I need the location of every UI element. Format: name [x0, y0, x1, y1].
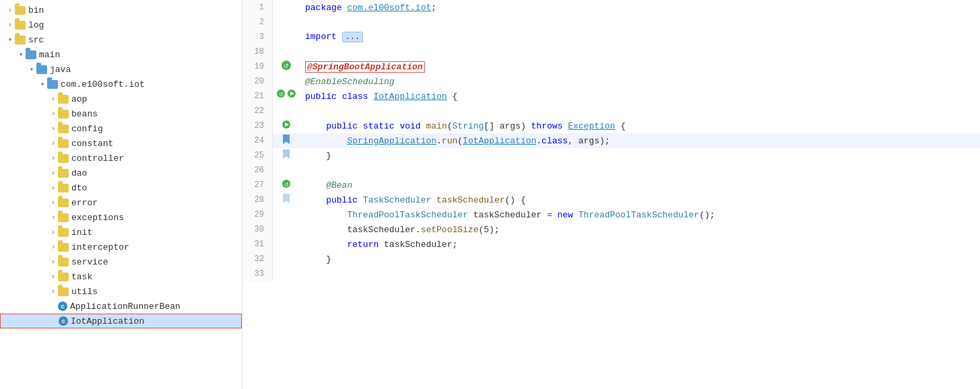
folder-icon-dto [58, 182, 69, 193]
arrow-main [16, 50, 26, 59]
gutter-31 [273, 237, 300, 252]
label-src: src [28, 35, 44, 45]
tree-item-exceptions[interactable]: exceptions [0, 210, 242, 225]
line-number-2: 2 [242, 15, 273, 30]
code-text-28: public TaskScheduler taskScheduler() { [300, 192, 980, 207]
tree-item-src[interactable]: src [0, 32, 242, 47]
gutter-27: ↺ [273, 178, 300, 192]
code-text-22 [300, 104, 980, 118]
label-aop: aop [71, 94, 87, 104]
label-config: config [71, 124, 103, 134]
arrow-config [48, 125, 58, 133]
code-line-24: 24 SpringApplication.run(IotApplication.… [242, 133, 980, 148]
tree-item-bin[interactable]: bin [0, 3, 242, 17]
code-line-20: 20 @EnableScheduling [242, 74, 980, 89]
arrow-error [48, 199, 58, 207]
bean-refresh-icon-19: ↺ [281, 60, 292, 71]
gutter-25 [273, 148, 300, 163]
label-com: com.e100soft.iot [61, 79, 145, 90]
code-line-2: 2 [242, 15, 980, 30]
label-dto: dto [71, 183, 87, 193]
label-arb: ApplicationRunnerBean [70, 302, 181, 312]
folder-icon-exceptions [58, 212, 69, 223]
svg-text:↺: ↺ [284, 63, 289, 69]
class-icon-arb: c [58, 302, 67, 311]
label-controller: controller [71, 153, 124, 164]
gutter-21: ↺ [273, 89, 300, 98]
code-line-1: 1 package com.el00soft.iot; [242, 0, 980, 15]
tree-item-service[interactable]: service [0, 254, 242, 269]
tree-item-init[interactable]: init [0, 225, 242, 240]
tree-item-interceptor[interactable]: interceptor [0, 240, 242, 254]
gutter-24 [273, 133, 300, 148]
gutter-2 [273, 15, 300, 30]
bookmark-icon-28 [283, 194, 290, 203]
label-ia: IotApplication [71, 316, 144, 326]
line-number-33: 33 [242, 267, 273, 281]
arrow-aop [48, 96, 58, 103]
tree-item-main[interactable]: main [0, 47, 242, 62]
code-text-33 [300, 267, 980, 281]
folder-icon-src [15, 34, 26, 45]
tree-item-dao[interactable]: dao [0, 166, 242, 180]
folder-icon-dao [58, 168, 69, 178]
arrow-exceptions [48, 214, 58, 221]
tree-item-beans[interactable]: beans [0, 106, 242, 121]
arrow-utils [48, 288, 58, 295]
arrow-init [48, 229, 58, 236]
tree-item-iot-application[interactable]: c IotApplication [0, 314, 242, 328]
code-line-26: 26 [242, 163, 980, 178]
tree-item-config[interactable]: config [0, 121, 242, 136]
tree-item-com[interactable]: com.e100soft.iot [0, 77, 242, 92]
code-text-24: SpringApplication.run(IotApplication.cla… [300, 133, 980, 148]
tree-item-constant[interactable]: constant [0, 136, 242, 151]
arrow-dto [48, 184, 58, 192]
folder-icon-main [26, 49, 36, 60]
code-text-18 [300, 44, 980, 59]
label-java: java [50, 65, 71, 75]
tree-item-task[interactable]: task [0, 269, 242, 284]
label-error: error [71, 198, 98, 208]
line-number-32: 32 [242, 252, 273, 267]
label-bin: bin [28, 5, 44, 15]
label-interceptor: interceptor [71, 242, 129, 252]
folder-icon-constant [58, 138, 69, 149]
code-text-2 [300, 15, 980, 30]
code-line-27: 27 ↺ @Bean [242, 178, 980, 192]
gutter-22 [273, 104, 300, 118]
tree-item-dto[interactable]: dto [0, 180, 242, 195]
code-line-32: 32 } [242, 252, 980, 267]
folder-icon-task [58, 271, 69, 282]
label-task: task [71, 272, 92, 282]
tree-item-java[interactable]: java [0, 62, 242, 77]
gutter-19: ↺ [273, 59, 300, 74]
folder-icon-java [36, 64, 47, 75]
arrow-dao [48, 170, 58, 177]
folder-icon-bin [15, 5, 26, 15]
folder-icon-init [58, 227, 69, 238]
gutter-20 [273, 74, 300, 89]
tree-item-aop[interactable]: aop [0, 92, 242, 106]
label-main: main [39, 50, 60, 60]
code-content: 1 package com.el00soft.iot; 2 3 import .… [242, 0, 980, 281]
tree-item-application-runner-bean[interactable]: c ApplicationRunnerBean [0, 299, 242, 314]
gutter-18 [273, 44, 300, 59]
folder-icon-interceptor [58, 242, 69, 252]
svg-text:↺: ↺ [279, 92, 284, 98]
gutter-30 [273, 222, 300, 237]
code-line-3: 3 import ... [242, 30, 980, 44]
arrow-task [48, 273, 58, 281]
tree-item-controller[interactable]: controller [0, 151, 242, 166]
code-text-3: import ... [300, 30, 980, 44]
label-init: init [71, 227, 92, 238]
tree-item-log[interactable]: log [0, 17, 242, 32]
code-line-31: 31 return taskScheduler; [242, 237, 980, 252]
code-text-20: @EnableScheduling [300, 74, 980, 89]
line-number-22: 22 [242, 104, 273, 118]
code-line-21: 21 ↺ public class IotApplication { [242, 89, 980, 104]
tree-item-utils[interactable]: utils [0, 284, 242, 299]
code-text-1: package com.el00soft.iot; [300, 0, 980, 15]
tree-item-error[interactable]: error [0, 195, 242, 210]
code-editor[interactable]: 1 package com.el00soft.iot; 2 3 import .… [242, 0, 980, 389]
line-number-24: 24 [242, 133, 273, 148]
